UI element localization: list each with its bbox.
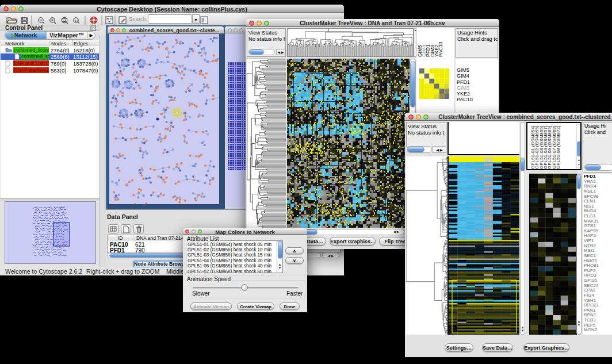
svg-text:GPL51-08 (GSM872): GPL51-08 (GSM872) xyxy=(556,125,561,169)
svg-text:▲: ▲ xyxy=(577,158,580,162)
svg-text:1:1: 1:1 xyxy=(75,20,79,22)
svg-text:▼: ▼ xyxy=(577,163,580,166)
svg-text:PAC10: PAC10 xyxy=(438,41,443,57)
